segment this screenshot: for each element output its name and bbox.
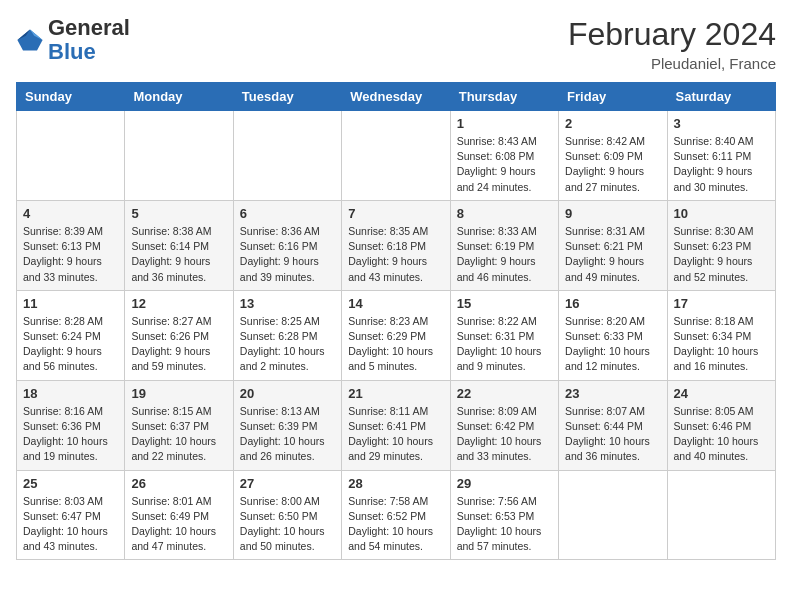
- day-info: Sunrise: 7:58 AMSunset: 6:52 PMDaylight:…: [348, 494, 443, 555]
- calendar-cell: [667, 470, 775, 560]
- location: Pleudaniel, France: [568, 55, 776, 72]
- day-number: 20: [240, 386, 335, 401]
- day-number: 16: [565, 296, 660, 311]
- day-info: Sunrise: 8:42 AMSunset: 6:09 PMDaylight:…: [565, 134, 660, 195]
- calendar-cell: 19Sunrise: 8:15 AMSunset: 6:37 PMDayligh…: [125, 380, 233, 470]
- logo: General Blue: [16, 16, 130, 64]
- calendar-cell: 26Sunrise: 8:01 AMSunset: 6:49 PMDayligh…: [125, 470, 233, 560]
- day-number: 1: [457, 116, 552, 131]
- day-info: Sunrise: 8:22 AMSunset: 6:31 PMDaylight:…: [457, 314, 552, 375]
- calendar-cell: 13Sunrise: 8:25 AMSunset: 6:28 PMDayligh…: [233, 290, 341, 380]
- day-number: 23: [565, 386, 660, 401]
- calendar-cell: 28Sunrise: 7:58 AMSunset: 6:52 PMDayligh…: [342, 470, 450, 560]
- day-number: 27: [240, 476, 335, 491]
- day-info: Sunrise: 8:20 AMSunset: 6:33 PMDaylight:…: [565, 314, 660, 375]
- calendar-cell: [17, 111, 125, 201]
- day-number: 7: [348, 206, 443, 221]
- calendar-cell: 20Sunrise: 8:13 AMSunset: 6:39 PMDayligh…: [233, 380, 341, 470]
- day-number: 14: [348, 296, 443, 311]
- day-number: 21: [348, 386, 443, 401]
- day-number: 19: [131, 386, 226, 401]
- calendar-cell: 23Sunrise: 8:07 AMSunset: 6:44 PMDayligh…: [559, 380, 667, 470]
- day-number: 29: [457, 476, 552, 491]
- calendar-cell: 10Sunrise: 8:30 AMSunset: 6:23 PMDayligh…: [667, 200, 775, 290]
- day-info: Sunrise: 8:18 AMSunset: 6:34 PMDaylight:…: [674, 314, 769, 375]
- day-info: Sunrise: 8:15 AMSunset: 6:37 PMDaylight:…: [131, 404, 226, 465]
- day-info: Sunrise: 8:28 AMSunset: 6:24 PMDaylight:…: [23, 314, 118, 375]
- weekday-header-wednesday: Wednesday: [342, 83, 450, 111]
- day-info: Sunrise: 8:35 AMSunset: 6:18 PMDaylight:…: [348, 224, 443, 285]
- day-info: Sunrise: 8:07 AMSunset: 6:44 PMDaylight:…: [565, 404, 660, 465]
- weekday-header-monday: Monday: [125, 83, 233, 111]
- weekday-header-saturday: Saturday: [667, 83, 775, 111]
- day-number: 10: [674, 206, 769, 221]
- day-info: Sunrise: 8:05 AMSunset: 6:46 PMDaylight:…: [674, 404, 769, 465]
- day-info: Sunrise: 7:56 AMSunset: 6:53 PMDaylight:…: [457, 494, 552, 555]
- day-number: 26: [131, 476, 226, 491]
- calendar-cell: 9Sunrise: 8:31 AMSunset: 6:21 PMDaylight…: [559, 200, 667, 290]
- weekday-header-sunday: Sunday: [17, 83, 125, 111]
- day-number: 18: [23, 386, 118, 401]
- calendar-cell: 4Sunrise: 8:39 AMSunset: 6:13 PMDaylight…: [17, 200, 125, 290]
- calendar-cell: 11Sunrise: 8:28 AMSunset: 6:24 PMDayligh…: [17, 290, 125, 380]
- day-number: 11: [23, 296, 118, 311]
- day-info: Sunrise: 8:39 AMSunset: 6:13 PMDaylight:…: [23, 224, 118, 285]
- day-number: 2: [565, 116, 660, 131]
- day-info: Sunrise: 8:38 AMSunset: 6:14 PMDaylight:…: [131, 224, 226, 285]
- calendar-cell: [342, 111, 450, 201]
- title-block: February 2024 Pleudaniel, France: [568, 16, 776, 72]
- calendar-cell: [125, 111, 233, 201]
- calendar-cell: 1Sunrise: 8:43 AMSunset: 6:08 PMDaylight…: [450, 111, 558, 201]
- calendar-cell: 29Sunrise: 7:56 AMSunset: 6:53 PMDayligh…: [450, 470, 558, 560]
- day-info: Sunrise: 8:43 AMSunset: 6:08 PMDaylight:…: [457, 134, 552, 195]
- day-info: Sunrise: 8:01 AMSunset: 6:49 PMDaylight:…: [131, 494, 226, 555]
- calendar-cell: 27Sunrise: 8:00 AMSunset: 6:50 PMDayligh…: [233, 470, 341, 560]
- day-info: Sunrise: 8:33 AMSunset: 6:19 PMDaylight:…: [457, 224, 552, 285]
- day-info: Sunrise: 8:25 AMSunset: 6:28 PMDaylight:…: [240, 314, 335, 375]
- day-info: Sunrise: 8:13 AMSunset: 6:39 PMDaylight:…: [240, 404, 335, 465]
- day-info: Sunrise: 8:31 AMSunset: 6:21 PMDaylight:…: [565, 224, 660, 285]
- day-number: 22: [457, 386, 552, 401]
- day-info: Sunrise: 8:09 AMSunset: 6:42 PMDaylight:…: [457, 404, 552, 465]
- day-info: Sunrise: 8:03 AMSunset: 6:47 PMDaylight:…: [23, 494, 118, 555]
- calendar-cell: 7Sunrise: 8:35 AMSunset: 6:18 PMDaylight…: [342, 200, 450, 290]
- calendar-cell: 21Sunrise: 8:11 AMSunset: 6:41 PMDayligh…: [342, 380, 450, 470]
- logo-icon: [16, 26, 44, 54]
- day-number: 3: [674, 116, 769, 131]
- day-info: Sunrise: 8:30 AMSunset: 6:23 PMDaylight:…: [674, 224, 769, 285]
- calendar-cell: 3Sunrise: 8:40 AMSunset: 6:11 PMDaylight…: [667, 111, 775, 201]
- day-number: 9: [565, 206, 660, 221]
- week-row-5: 25Sunrise: 8:03 AMSunset: 6:47 PMDayligh…: [17, 470, 776, 560]
- calendar-cell: 15Sunrise: 8:22 AMSunset: 6:31 PMDayligh…: [450, 290, 558, 380]
- calendar-table: SundayMondayTuesdayWednesdayThursdayFrid…: [16, 82, 776, 560]
- calendar-cell: 6Sunrise: 8:36 AMSunset: 6:16 PMDaylight…: [233, 200, 341, 290]
- calendar-cell: 25Sunrise: 8:03 AMSunset: 6:47 PMDayligh…: [17, 470, 125, 560]
- calendar-cell: 14Sunrise: 8:23 AMSunset: 6:29 PMDayligh…: [342, 290, 450, 380]
- week-row-1: 1Sunrise: 8:43 AMSunset: 6:08 PMDaylight…: [17, 111, 776, 201]
- weekday-header-thursday: Thursday: [450, 83, 558, 111]
- weekday-header-friday: Friday: [559, 83, 667, 111]
- week-row-4: 18Sunrise: 8:16 AMSunset: 6:36 PMDayligh…: [17, 380, 776, 470]
- day-number: 5: [131, 206, 226, 221]
- day-number: 6: [240, 206, 335, 221]
- day-number: 17: [674, 296, 769, 311]
- week-row-3: 11Sunrise: 8:28 AMSunset: 6:24 PMDayligh…: [17, 290, 776, 380]
- day-number: 25: [23, 476, 118, 491]
- day-number: 24: [674, 386, 769, 401]
- day-number: 4: [23, 206, 118, 221]
- calendar-body: 1Sunrise: 8:43 AMSunset: 6:08 PMDaylight…: [17, 111, 776, 560]
- day-number: 12: [131, 296, 226, 311]
- weekday-header-row: SundayMondayTuesdayWednesdayThursdayFrid…: [17, 83, 776, 111]
- calendar-cell: 8Sunrise: 8:33 AMSunset: 6:19 PMDaylight…: [450, 200, 558, 290]
- calendar-cell: 12Sunrise: 8:27 AMSunset: 6:26 PMDayligh…: [125, 290, 233, 380]
- calendar-cell: 18Sunrise: 8:16 AMSunset: 6:36 PMDayligh…: [17, 380, 125, 470]
- svg-marker-0: [17, 30, 42, 51]
- day-number: 15: [457, 296, 552, 311]
- weekday-header-tuesday: Tuesday: [233, 83, 341, 111]
- day-info: Sunrise: 8:23 AMSunset: 6:29 PMDaylight:…: [348, 314, 443, 375]
- week-row-2: 4Sunrise: 8:39 AMSunset: 6:13 PMDaylight…: [17, 200, 776, 290]
- calendar-cell: [233, 111, 341, 201]
- day-info: Sunrise: 8:36 AMSunset: 6:16 PMDaylight:…: [240, 224, 335, 285]
- day-info: Sunrise: 8:00 AMSunset: 6:50 PMDaylight:…: [240, 494, 335, 555]
- logo-text: General Blue: [48, 16, 130, 64]
